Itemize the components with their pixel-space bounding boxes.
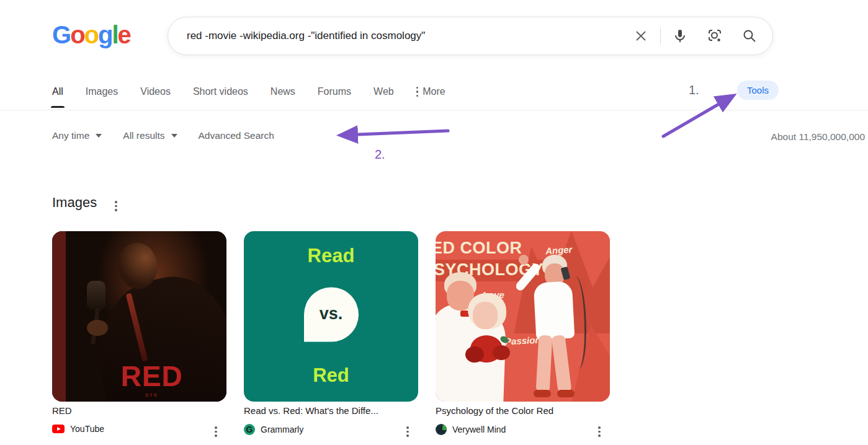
kebab-icon: [416, 87, 419, 97]
image-result-source[interactable]: G Grammarly: [244, 424, 303, 435]
illustration-shoe: [534, 390, 551, 397]
any-time-dropdown[interactable]: Any time: [52, 130, 102, 141]
clear-icon[interactable]: [633, 28, 649, 44]
illustration-woman-face: [473, 302, 498, 329]
annotation-step-1: 1.: [689, 83, 699, 97]
search-box[interactable]: red -movie -wikipedia.org -"identified i…: [168, 17, 773, 55]
images-section-menu-kebab-icon[interactable]: [115, 201, 117, 211]
illustration-microphone: [87, 281, 105, 311]
all-results-dropdown[interactable]: All results: [123, 130, 177, 141]
tab-more[interactable]: More: [416, 84, 445, 99]
illustration-hand: [87, 320, 108, 336]
illustration-person-shirt: [534, 281, 575, 340]
tab-all[interactable]: All: [52, 84, 63, 99]
image-result-source[interactable]: W Verywell Mind: [436, 424, 506, 435]
verywell-mind-icon: W: [436, 424, 447, 435]
tab-images[interactable]: Images: [86, 84, 118, 99]
illustration-raised-hand: [519, 255, 529, 265]
google-search-results-page: Google red -movie -wikipedia.org -"ident…: [0, 0, 868, 445]
image-overlay-subtitle: STE: [77, 392, 226, 398]
advanced-search-link[interactable]: Advanced Search: [199, 130, 274, 141]
google-logo[interactable]: Google: [52, 22, 130, 47]
header-divider: [0, 110, 868, 110]
tab-videos[interactable]: Videos: [140, 84, 171, 99]
search-tools-bar: Any time All results Advanced Search: [52, 130, 274, 141]
image-result-title[interactable]: Read vs. Red: What's the Diffe...: [244, 405, 418, 416]
tab-forums[interactable]: Forums: [318, 84, 351, 99]
chevron-down-icon: [96, 134, 102, 138]
search-input[interactable]: red -movie -wikipedia.org -"identified i…: [187, 30, 633, 42]
image-word-vs: vs.: [320, 304, 343, 324]
tab-web[interactable]: Web: [374, 84, 394, 99]
image-result-title[interactable]: Psychology of the Color Red: [436, 405, 610, 416]
microphone-icon[interactable]: [672, 28, 688, 44]
illustration-person-leg: [536, 335, 553, 392]
illustration-rose: [493, 345, 510, 360]
image-word-red: Red: [244, 364, 418, 387]
tools-button[interactable]: Tools: [737, 81, 779, 100]
youtube-icon: [52, 425, 65, 433]
image-overlay-title: RED: [77, 362, 226, 390]
annotation-arrow-1: [653, 87, 749, 141]
image-result-color-psychology[interactable]: ED COLOR SYCHOLOGY Anger Love Passion: [436, 231, 610, 402]
illustration-rose: [465, 346, 484, 363]
chevron-down-icon: [171, 134, 177, 138]
image-result-menu-kebab-icon[interactable]: [598, 426, 601, 437]
image-label-anger: Anger: [545, 244, 572, 257]
tab-news[interactable]: News: [271, 84, 295, 99]
search-box-actions: [633, 27, 758, 45]
speech-bubble: vs.: [304, 287, 359, 341]
image-result-read-vs-red[interactable]: Read vs. Red: [244, 231, 418, 402]
image-result-red-youtube[interactable]: RED STE: [52, 231, 226, 402]
search-icon[interactable]: [741, 28, 758, 44]
grammarly-icon: G: [244, 424, 255, 435]
image-result-menu-kebab-icon[interactable]: [406, 426, 409, 437]
tab-short-videos[interactable]: Short videos: [193, 84, 248, 99]
annotation-step-2: 2.: [375, 148, 385, 162]
result-type-tabs: All Images Videos Short videos News Foru…: [52, 84, 445, 99]
image-result-menu-kebab-icon[interactable]: [215, 426, 217, 437]
illustration-shoe: [557, 390, 575, 397]
annotation-arrow-2: [315, 124, 457, 146]
result-count: About 11,950,000,000: [771, 131, 865, 143]
images-section-title[interactable]: Images: [52, 195, 97, 211]
image-result-source[interactable]: YouTube: [52, 424, 104, 434]
lens-icon[interactable]: [707, 28, 723, 44]
search-box-divider: [660, 27, 661, 45]
image-result-title[interactable]: RED: [52, 405, 226, 416]
image-word-read: Read: [244, 245, 418, 267]
